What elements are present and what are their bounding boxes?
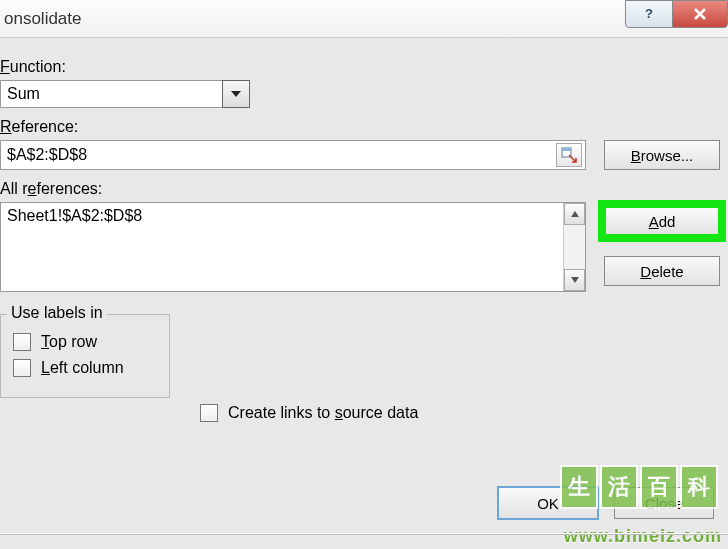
function-dropdown[interactable] xyxy=(0,80,250,108)
range-selector-icon[interactable] xyxy=(556,143,582,167)
svg-rect-3 xyxy=(562,148,571,151)
use-labels-fieldset: Use labels in Top row Left column xyxy=(0,314,170,398)
create-links-row: Create links to source data xyxy=(200,404,418,422)
dialog-title: onsolidate xyxy=(4,9,82,29)
ok-button[interactable]: OK xyxy=(498,487,598,519)
close-window-button[interactable] xyxy=(672,0,728,28)
create-links-checkbox[interactable] xyxy=(200,404,218,422)
left-column-label: Left column xyxy=(41,359,124,377)
all-references-label: All references: xyxy=(0,180,720,198)
left-column-checkbox[interactable] xyxy=(13,359,31,377)
add-button[interactable]: AAdddd xyxy=(604,206,720,236)
function-label: FFunction:unction: xyxy=(0,58,720,76)
svg-text:?: ? xyxy=(645,6,653,21)
dropdown-arrow-icon[interactable] xyxy=(222,80,250,108)
fieldset-legend: Use labels in xyxy=(7,304,107,322)
reference-input-container xyxy=(0,140,586,170)
delete-button[interactable]: DDeleteelete xyxy=(604,256,720,286)
help-button[interactable]: ? xyxy=(625,0,673,28)
scroll-down-icon[interactable] xyxy=(564,269,585,291)
top-row-checkbox[interactable] xyxy=(13,333,31,351)
close-button[interactable]: Close xyxy=(614,487,714,519)
browse-button[interactable]: BBrowse...rowse... xyxy=(604,140,720,170)
titlebar: onsolidate ? xyxy=(0,0,728,38)
function-value[interactable] xyxy=(0,80,222,108)
footer-divider xyxy=(0,533,728,535)
dialog-footer: OK Close xyxy=(498,487,714,519)
all-references-list[interactable]: Sheet1!$A$2:$D$8 xyxy=(0,202,586,292)
scroll-up-icon[interactable] xyxy=(564,203,585,225)
reference-label: Reference: xyxy=(0,118,720,136)
titlebar-buttons: ? xyxy=(625,0,728,37)
scrollbar[interactable] xyxy=(563,203,585,291)
create-links-label: Create links to source data xyxy=(228,404,418,422)
list-item[interactable]: Sheet1!$A$2:$D$8 xyxy=(7,207,557,225)
watermark-url: www.bimeiz.com xyxy=(564,526,722,547)
top-row-label: Top row xyxy=(41,333,97,351)
reference-input[interactable] xyxy=(1,144,556,166)
